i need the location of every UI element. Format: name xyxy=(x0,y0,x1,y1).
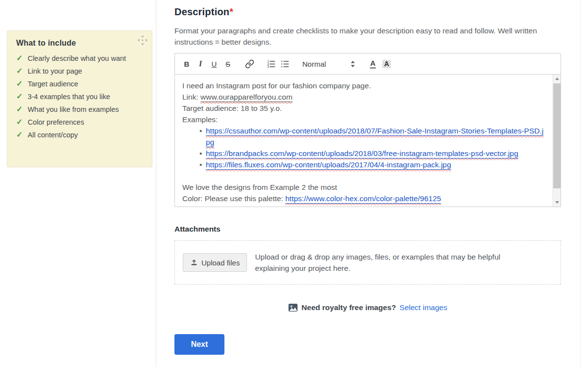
upload-button-label: Upload files xyxy=(201,259,240,267)
editor-line: Target audience: 18 to 35 y.o. xyxy=(182,103,544,114)
include-checklist: ✓ Clearly describe what you want ✓ Link … xyxy=(16,54,143,139)
format-dropdown-label: Normal xyxy=(302,60,326,68)
editor-line: Examples: xyxy=(182,114,544,125)
checklist-item: ✓ What you like from examples xyxy=(16,105,143,113)
dropdown-arrows-icon xyxy=(350,60,355,68)
link-icon xyxy=(245,59,254,69)
editor-text: Color: Please use this palette: xyxy=(182,194,285,203)
upload-files-button[interactable]: Upload files xyxy=(183,253,247,272)
editor-bullet-list: https://cssauthor.com/wp-content/uploads… xyxy=(182,125,544,170)
editor-bullet-item: https://cssauthor.com/wp-content/uploads… xyxy=(206,125,544,148)
checklist-item-label: Color preferences xyxy=(27,118,84,126)
image-icon xyxy=(288,303,298,313)
move-icon[interactable] xyxy=(137,35,148,46)
format-dropdown[interactable]: Normal xyxy=(302,60,355,68)
link-button[interactable] xyxy=(243,57,256,70)
page-title-text: Description xyxy=(174,6,229,17)
italic-button[interactable]: I xyxy=(194,57,207,70)
editor-scrollbar[interactable] xyxy=(552,75,561,207)
checklist-item: ✓ Color preferences xyxy=(16,118,143,126)
editor-blank-line xyxy=(182,170,544,182)
scrollbar-down-arrow[interactable] xyxy=(553,198,561,207)
attachments-help-text: Upload or drag & drop any images, files,… xyxy=(255,251,529,274)
ordered-list-icon: 123 xyxy=(267,59,276,69)
scrollbar-up-arrow[interactable] xyxy=(553,75,561,83)
attachments-title: Attachments xyxy=(174,225,220,234)
next-button[interactable]: Next xyxy=(174,334,224,355)
checklist-item-label: Link to your page xyxy=(27,67,82,75)
svg-text:3: 3 xyxy=(267,65,269,68)
editor-line: I need an Instagram post for our fashion… xyxy=(182,80,544,91)
page-subtitle: Format your paragraphs and create checkl… xyxy=(174,25,544,48)
strikethrough-button[interactable]: S xyxy=(221,57,235,70)
checklist-item: ✓ All content/copy xyxy=(16,131,143,139)
checklist-item: ✓ 3-4 examples that you like xyxy=(16,93,143,101)
editor-bullet-item: https://brandpacks.com/wp-content/upload… xyxy=(206,148,544,159)
editor-link[interactable]: https://files.fluxes.com/wp-content/uplo… xyxy=(206,160,451,169)
checklist-item: ✓ Target audience xyxy=(16,80,143,88)
editor-content[interactable]: I need an Instagram post for our fashion… xyxy=(175,75,561,207)
text-color-icon: A xyxy=(370,59,376,69)
royalty-question: Need royalty free images? xyxy=(301,303,396,312)
checklist-item: ✓ Clearly describe what you want xyxy=(16,54,143,62)
what-to-include-panel: What to include ✓ Clearly describe what … xyxy=(7,30,152,167)
editor-line: We love the designs from Example 2 the m… xyxy=(182,182,544,193)
right-column-divider xyxy=(580,0,581,367)
check-icon: ✓ xyxy=(16,80,23,88)
panel-title: What to include xyxy=(16,39,143,48)
bullet-list-button[interactable] xyxy=(278,57,292,70)
check-icon: ✓ xyxy=(16,131,23,139)
check-icon: ✓ xyxy=(16,118,23,126)
editor-line: Color: Please use this palette: https://… xyxy=(182,193,544,204)
checklist-item: ✓ Link to your page xyxy=(16,67,143,75)
editor-line: Link: www.ourapparelforyou.com xyxy=(182,91,544,103)
bold-button[interactable]: B xyxy=(180,57,194,70)
underline-button[interactable]: U xyxy=(207,57,221,70)
bullet-list-icon xyxy=(280,59,290,69)
editor-link[interactable]: https://cssauthor.com/wp-content/uploads… xyxy=(206,127,543,146)
editor-bullet-item: https://files.fluxes.com/wp-content/uplo… xyxy=(206,159,544,170)
left-column-divider xyxy=(156,0,156,367)
ordered-list-button[interactable]: 123 xyxy=(264,57,278,70)
text-color-button[interactable]: A xyxy=(366,57,380,70)
page-title: Description* xyxy=(174,6,233,18)
select-images-link[interactable]: Select images xyxy=(399,303,447,312)
editor-toolbar: B I U S 123 xyxy=(175,53,561,75)
checklist-item-label: All content/copy xyxy=(27,131,77,139)
checklist-item-label: 3-4 examples that you like xyxy=(27,93,110,101)
highlight-color-icon: A xyxy=(382,60,391,68)
check-icon: ✓ xyxy=(16,93,23,101)
editor-link[interactable]: https://www.color-hex.com/color-palette/… xyxy=(285,194,441,203)
royalty-images-row: Need royalty free images? Select images xyxy=(174,303,561,313)
description-editor: B I U S 123 xyxy=(174,53,561,207)
check-icon: ✓ xyxy=(16,54,23,62)
editor-text: Link: xyxy=(182,93,200,101)
editor-link[interactable]: https://brandpacks.com/wp-content/upload… xyxy=(206,149,518,157)
attachments-dropzone[interactable]: Upload files Upload or drag & drop any i… xyxy=(174,240,561,285)
editor-underlined-text: www.ourapparelforyou.com xyxy=(200,93,293,101)
upload-icon xyxy=(190,259,198,266)
check-icon: ✓ xyxy=(16,105,23,113)
highlight-color-button[interactable]: A xyxy=(380,57,393,70)
scrollbar-thumb[interactable] xyxy=(553,83,561,188)
check-icon: ✓ xyxy=(16,67,23,75)
required-asterisk: * xyxy=(229,6,233,17)
checklist-item-label: Clearly describe what you want xyxy=(27,54,126,62)
checklist-item-label: What you like from examples xyxy=(27,105,119,113)
checklist-item-label: Target audience xyxy=(27,80,78,88)
